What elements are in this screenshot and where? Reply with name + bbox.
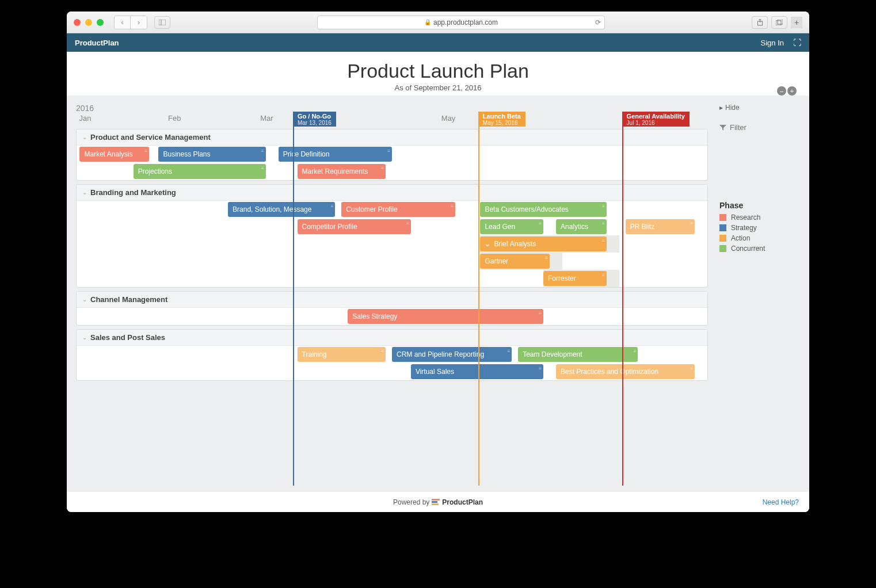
side-panel: ▸ Hide Filter Phase ResearchStrategyActi… bbox=[717, 101, 803, 486]
bar-label: Projections bbox=[138, 167, 172, 175]
sidebar-toggle-icon[interactable] bbox=[154, 16, 170, 29]
legend-title: Phase bbox=[719, 201, 803, 210]
lock-icon: 🔒 bbox=[424, 19, 431, 25]
lane-header[interactable]: ⌄Branding and Marketing bbox=[77, 185, 707, 201]
timeline-bar[interactable]: Price Definition≡ bbox=[279, 147, 392, 162]
timeline-bar[interactable]: Beta Customers/Advocates≡ bbox=[480, 202, 606, 217]
timeline-bar[interactable]: CRM and Pipeline Reporting≡ bbox=[392, 347, 512, 362]
legend: Phase ResearchStrategyActionConcurrent bbox=[719, 201, 803, 253]
grip-icon: ≡ bbox=[602, 238, 604, 243]
close-window-icon[interactable] bbox=[74, 19, 81, 26]
lane-body: Market Analysis≡Business Plans≡Price Def… bbox=[77, 146, 707, 180]
page-title: Product Launch Plan bbox=[67, 60, 809, 82]
timeline-bar[interactable]: Gartner≡ bbox=[480, 254, 550, 269]
sign-in-link[interactable]: Sign In bbox=[761, 39, 784, 47]
browser-chrome: ‹ › 🔒 app.productplan.com ⟳ + bbox=[67, 12, 809, 33]
timeline-bar[interactable]: Training≡ bbox=[298, 347, 386, 362]
svg-marker-6 bbox=[719, 125, 726, 131]
bar-label: Market Requirements bbox=[302, 167, 368, 175]
timeline-bar[interactable]: Competitor Profile≡ bbox=[298, 219, 411, 234]
lane-header[interactable]: ⌄Sales and Post Sales bbox=[77, 330, 707, 346]
back-button[interactable]: ‹ bbox=[115, 16, 131, 29]
timeline-bar[interactable]: Lead Gen≡ bbox=[480, 219, 543, 234]
grip-icon: ≡ bbox=[387, 148, 390, 154]
timeline-bar[interactable]: Brand, Solution, Message≡ bbox=[228, 202, 335, 217]
sub-container: Gartner≡ bbox=[480, 253, 562, 270]
share-icon[interactable] bbox=[752, 16, 768, 29]
milestone-flag[interactable]: Launch BetaMay 15, 2016 bbox=[478, 112, 525, 127]
bar-label: Competitor Profile bbox=[302, 223, 357, 231]
lane-row: Market Analysis≡Business Plans≡Price Def… bbox=[77, 146, 707, 163]
hide-toggle[interactable]: ▸ Hide bbox=[719, 104, 803, 112]
lane-header[interactable]: ⌄Product and Service Management bbox=[77, 129, 707, 146]
bar-label: Beta Customers/Advocates bbox=[485, 205, 568, 213]
legend-item: Research bbox=[719, 213, 803, 222]
grip-icon: ≡ bbox=[261, 148, 264, 154]
powered-by-label: Powered by bbox=[393, 498, 429, 506]
bar-label: Sales Strategy bbox=[352, 312, 397, 320]
url-bar[interactable]: 🔒 app.productplan.com ⟳ bbox=[317, 16, 605, 29]
fullscreen-icon[interactable]: ⛶ bbox=[793, 38, 801, 47]
timeline-bar[interactable]: Team Development≡ bbox=[518, 347, 638, 362]
new-tab-button[interactable]: + bbox=[791, 17, 802, 28]
grip-icon: ≡ bbox=[602, 221, 604, 226]
forward-button[interactable]: › bbox=[131, 16, 147, 29]
filter-button[interactable]: Filter bbox=[719, 123, 803, 132]
timeline-bar[interactable]: Business Plans≡ bbox=[158, 147, 265, 162]
bar-label: Market Analysis bbox=[84, 150, 132, 158]
milestone-line bbox=[622, 127, 623, 486]
milestone-title: Go / No-Go bbox=[298, 113, 332, 120]
zoom-in-button[interactable]: + bbox=[787, 86, 797, 96]
hide-label: Hide bbox=[725, 104, 740, 112]
caret-right-icon: ▸ bbox=[719, 104, 723, 112]
lane-header[interactable]: ⌄Channel Management bbox=[77, 292, 707, 308]
grip-icon: ≡ bbox=[508, 349, 510, 354]
legend-item: Action bbox=[719, 234, 803, 242]
tabs-icon[interactable] bbox=[771, 16, 787, 29]
milestone-flag[interactable]: General AvailabilityJul 1, 2016 bbox=[622, 112, 690, 127]
bar-label: CRM and Pipeline Reporting bbox=[397, 350, 484, 358]
timeline-bar[interactable]: Projections≡ bbox=[134, 164, 266, 179]
milestone-line bbox=[293, 127, 294, 486]
maximize-window-icon[interactable] bbox=[97, 19, 104, 26]
sub-container: Forrester≡ bbox=[543, 270, 619, 287]
timeline-bar[interactable]: PR Blitz≡ bbox=[626, 219, 695, 234]
milestone-title: General Availability bbox=[627, 113, 685, 120]
timeline-bar[interactable]: Customer Profile≡ bbox=[341, 202, 455, 217]
milestone-flag[interactable]: Go / No-GoMar 13, 2016 bbox=[293, 112, 336, 127]
productplan-logo[interactable]: ProductPlan bbox=[432, 498, 483, 506]
timeline-bar[interactable]: Analytics≡ bbox=[556, 219, 607, 234]
legend-item: Concurrent bbox=[719, 245, 803, 253]
legend-label: Strategy bbox=[731, 224, 757, 232]
grip-icon: ≡ bbox=[406, 221, 409, 226]
zoom-out-button[interactable]: – bbox=[777, 86, 786, 96]
lane-row: Gartner≡ bbox=[77, 253, 707, 270]
help-link[interactable]: Need Help? bbox=[763, 498, 799, 506]
url-host: app.productplan.com bbox=[433, 18, 498, 26]
timeline-bar[interactable]: Brief Analysts≡ bbox=[480, 236, 606, 251]
svg-rect-0 bbox=[159, 20, 166, 25]
timeline-bar[interactable]: Best Practices and Optimization≡ bbox=[556, 364, 695, 379]
zoom-controls: – + bbox=[777, 86, 797, 96]
lane-row: Virtual Sales≡Best Practices and Optimiz… bbox=[77, 363, 707, 380]
timeline-bar[interactable]: Virtual Sales≡ bbox=[411, 364, 543, 379]
lane-group: ⌄Channel ManagementSales Strategy≡ bbox=[76, 291, 708, 326]
months-axis: JanFebMarMay bbox=[76, 114, 711, 125]
logo-bars-icon bbox=[432, 499, 440, 505]
bar-label: PR Blitz bbox=[630, 223, 655, 231]
timeline-bar[interactable]: Sales Strategy≡ bbox=[348, 309, 543, 324]
lane-title: Sales and Post Sales bbox=[90, 333, 165, 342]
timeline-bar[interactable]: Market Requirements≡ bbox=[298, 164, 386, 179]
timeline-bar[interactable]: Forrester≡ bbox=[543, 271, 607, 286]
legend-swatch bbox=[719, 235, 726, 242]
timeline-bar[interactable]: Market Analysis≡ bbox=[79, 147, 149, 162]
lane-group: ⌄Branding and MarketingBrand, Solution, … bbox=[76, 184, 708, 288]
bar-label: Training bbox=[302, 350, 327, 358]
nav-buttons: ‹ › bbox=[114, 16, 147, 29]
reload-icon[interactable]: ⟳ bbox=[595, 18, 601, 26]
minimize-window-icon[interactable] bbox=[85, 19, 92, 26]
timeline-header: 2016 JanFebMarMay bbox=[73, 101, 711, 129]
legend-label: Research bbox=[731, 213, 760, 222]
app-header: ProductPlan Sign In ⛶ bbox=[67, 33, 809, 52]
month-label: Feb bbox=[168, 114, 181, 123]
